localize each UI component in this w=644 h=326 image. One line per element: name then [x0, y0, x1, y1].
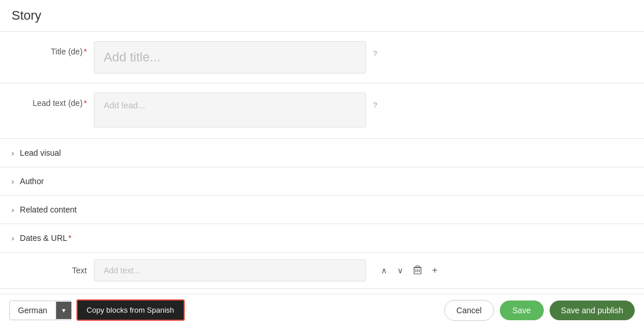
dates-url-header[interactable]: › Dates & URL*: [0, 224, 644, 252]
dates-url-section: › Dates & URL*: [0, 224, 644, 252]
up-arrow-icon: ∧: [381, 266, 387, 275]
title-field-row: Title (de)* ?: [0, 32, 644, 83]
down-arrow-icon: ∨: [397, 266, 403, 275]
scroll-inner[interactable]: Story Title (de)* ? Lead text (de)*: [0, 0, 644, 294]
related-content-header[interactable]: › Related content: [0, 196, 644, 224]
related-content-chevron-icon: ›: [12, 206, 14, 214]
author-chevron-icon: ›: [12, 177, 14, 186]
author-section: › Author: [0, 167, 644, 196]
language-label: German: [10, 301, 56, 320]
cancel-button[interactable]: Cancel: [444, 300, 494, 321]
lead-visual-header[interactable]: › Lead visual: [0, 139, 644, 167]
text-field-actions: ∧ ∨: [378, 263, 441, 279]
spacer: [0, 289, 644, 294]
delete-button[interactable]: [410, 263, 425, 279]
move-down-button[interactable]: ∨: [394, 263, 407, 277]
related-content-label: Related content: [20, 205, 76, 214]
lead-input[interactable]: [94, 93, 366, 127]
scroll-wrapper: Story Title (de)* ? Lead text (de)*: [0, 0, 644, 294]
lead-visual-section: › Lead visual: [0, 139, 644, 167]
language-selector: German ▾: [9, 301, 72, 320]
lead-text-label: Lead text (de)*: [12, 93, 87, 108]
plus-icon: +: [432, 265, 437, 276]
lead-help-icon[interactable]: ?: [373, 101, 382, 109]
save-button[interactable]: Save: [500, 301, 544, 320]
title-label: Title (de)*: [12, 41, 87, 56]
lead-visual-label: Lead visual: [20, 148, 61, 157]
related-content-section: › Related content: [0, 196, 644, 224]
text-input[interactable]: [94, 259, 366, 281]
save-publish-button[interactable]: Save and publish: [550, 301, 635, 320]
dropdown-arrow-icon: ▾: [62, 306, 65, 314]
dates-url-label: Dates & URL*: [20, 233, 71, 243]
lead-visual-chevron-icon: ›: [12, 149, 14, 157]
text-field-label: Text: [12, 266, 87, 275]
footer-bar: German ▾ Copy blocks from Spanish Cancel…: [0, 294, 644, 326]
author-label: Author: [20, 177, 43, 186]
title-input-wrapper: [94, 41, 366, 74]
footer-left: German ▾ Copy blocks from Spanish: [9, 299, 185, 321]
dates-url-chevron-icon: ›: [12, 234, 14, 243]
author-header[interactable]: › Author: [0, 167, 644, 195]
trash-icon: [414, 265, 422, 276]
language-dropdown-button[interactable]: ▾: [56, 302, 71, 319]
text-field-row: Text ∧ ∨: [0, 252, 644, 289]
footer-right: Cancel Save Save and publish: [444, 300, 635, 321]
copy-blocks-button[interactable]: Copy blocks from Spanish: [76, 299, 185, 321]
title-input[interactable]: [94, 41, 366, 74]
move-up-button[interactable]: ∧: [378, 263, 390, 277]
svg-rect-5: [416, 266, 419, 268]
lead-input-wrapper: [94, 93, 366, 129]
page-title: Story: [0, 0, 644, 32]
title-help-icon[interactable]: ?: [373, 49, 382, 58]
lead-text-field-row: Lead text (de)* ?: [0, 83, 644, 139]
add-block-button[interactable]: +: [429, 263, 441, 278]
page-wrapper: Story Title (de)* ? Lead text (de)*: [0, 0, 644, 326]
